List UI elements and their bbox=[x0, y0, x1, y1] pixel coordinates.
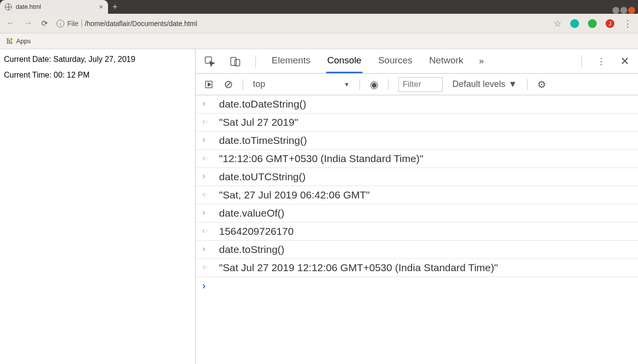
profile-avatar[interactable]: J bbox=[606, 19, 614, 28]
clear-console-icon[interactable]: ⊘ bbox=[224, 78, 233, 91]
apps-label[interactable]: Apps bbox=[16, 37, 31, 45]
console-output-row: ‹·"Sat Jul 27 2019" bbox=[195, 113, 638, 132]
console-input-code: date.toDateString() bbox=[219, 98, 306, 110]
extension-grammarly-icon[interactable] bbox=[570, 19, 579, 28]
devtools-tabbar: Elements Console Sources Network » ⋮ ✕ bbox=[195, 49, 638, 74]
console-output-row: ‹·"Sat, 27 Jul 2019 06:42:06 GMT" bbox=[195, 186, 638, 204]
back-icon[interactable]: ← bbox=[6, 18, 15, 28]
console-output-value: "Sat Jul 27 2019" bbox=[219, 116, 298, 128]
console-output-chevron-icon: ‹· bbox=[202, 116, 211, 127]
console-output-value: "12:12:06 GMT+0530 (India Standard Time)… bbox=[219, 153, 423, 165]
url-path: /home/dataflair/Documents/date.html bbox=[85, 20, 197, 28]
browser-toolbar: ← → ⟳ i File /home/dataflair/Documents/d… bbox=[0, 14, 638, 33]
console-input-chevron-icon: › bbox=[202, 171, 211, 182]
console-output-value: 1564209726170 bbox=[219, 225, 294, 237]
console-toolbar: ⊘ top ▼ ◉ Default levels ▼ ⚙ bbox=[195, 74, 638, 95]
tab-sources[interactable]: Sources bbox=[377, 49, 414, 73]
console-input-row: ›date.toUTCString() bbox=[195, 168, 638, 186]
svg-rect-1 bbox=[231, 57, 236, 65]
console-input-code: date.toString() bbox=[219, 244, 284, 255]
context-selector[interactable]: top ▼ bbox=[253, 79, 350, 89]
address-bar[interactable]: i File /home/dataflair/Documents/date.ht… bbox=[56, 20, 545, 28]
log-levels-selector[interactable]: Default levels ▼ bbox=[452, 79, 517, 89]
console-input-row: ›date.toTimeString() bbox=[195, 132, 638, 150]
bookmark-star-icon[interactable]: ☆ bbox=[554, 18, 561, 29]
more-tabs-icon[interactable]: » bbox=[479, 56, 484, 66]
page-line-date: Current Date: Saturday, July 27, 2019 bbox=[4, 55, 191, 64]
console-output-chevron-icon: ‹· bbox=[202, 153, 211, 164]
filter-input[interactable] bbox=[398, 77, 443, 92]
console-prompt-chevron-icon: › bbox=[202, 280, 206, 291]
console-input-row: ›date.toString() bbox=[195, 241, 638, 259]
chevron-down-icon: ▼ bbox=[344, 81, 350, 88]
browser-tab[interactable]: date.html × bbox=[0, 0, 108, 14]
console-output-chevron-icon: ‹· bbox=[202, 262, 211, 273]
console-output-chevron-icon: ‹· bbox=[202, 225, 211, 236]
console-input-chevron-icon: › bbox=[202, 244, 211, 254]
extension-dot-icon[interactable] bbox=[588, 19, 597, 28]
chevron-down-icon: ▼ bbox=[508, 79, 517, 89]
levels-label: Default levels bbox=[452, 79, 505, 89]
bookmark-bar: Apps bbox=[0, 33, 638, 49]
console-input-row: ›date.toDateString() bbox=[195, 95, 638, 113]
maximize-icon[interactable] bbox=[620, 7, 627, 14]
context-label: top bbox=[253, 79, 265, 89]
forward-icon[interactable]: → bbox=[24, 18, 32, 28]
globe-icon bbox=[5, 3, 12, 10]
console-input-code: date.toTimeString() bbox=[219, 135, 307, 146]
console-input-chevron-icon: › bbox=[202, 98, 211, 109]
svg-rect-2 bbox=[235, 59, 240, 66]
console-input-code: date.toUTCString() bbox=[219, 171, 305, 183]
console-output[interactable]: ›date.toDateString()‹·"Sat Jul 27 2019"›… bbox=[195, 95, 638, 364]
console-output-value: "Sat Jul 27 2019 12:12:06 GMT+0530 (Indi… bbox=[219, 262, 498, 274]
apps-grid-icon[interactable] bbox=[7, 38, 12, 44]
browser-menu-icon[interactable]: ⋮ bbox=[623, 18, 632, 29]
tab-elements[interactable]: Elements bbox=[271, 49, 311, 73]
devtools-close-icon[interactable]: ✕ bbox=[620, 55, 629, 68]
site-info-icon[interactable]: i bbox=[56, 20, 64, 28]
window-titlebar: date.html × + bbox=[0, 0, 638, 14]
tab-console[interactable]: Console bbox=[326, 49, 362, 73]
devtools-panel: Elements Console Sources Network » ⋮ ✕ ⊘… bbox=[195, 49, 638, 364]
console-output-row: ‹·"Sat Jul 27 2019 12:12:06 GMT+0530 (In… bbox=[195, 259, 638, 277]
window-controls bbox=[612, 4, 638, 14]
close-window-icon[interactable] bbox=[628, 7, 635, 14]
content-area: Current Date: Saturday, July 27, 2019 Cu… bbox=[0, 49, 638, 364]
tab-title: date.html bbox=[16, 3, 95, 10]
console-input-chevron-icon: › bbox=[202, 207, 211, 218]
close-tab-icon[interactable]: × bbox=[99, 3, 103, 11]
console-input-chevron-icon: › bbox=[202, 135, 211, 145]
rendered-page: Current Date: Saturday, July 27, 2019 Cu… bbox=[0, 49, 195, 364]
tab-network[interactable]: Network bbox=[428, 49, 465, 73]
new-tab-button[interactable]: + bbox=[108, 0, 122, 14]
console-prompt[interactable]: › bbox=[195, 277, 638, 294]
live-expressions-icon[interactable]: ◉ bbox=[370, 79, 378, 90]
console-output-row: ‹·"12:12:06 GMT+0530 (India Standard Tim… bbox=[195, 150, 638, 168]
console-output-chevron-icon: ‹· bbox=[202, 189, 211, 200]
device-toggle-icon[interactable] bbox=[230, 56, 241, 67]
url-scheme: File bbox=[67, 20, 82, 28]
inspect-element-icon[interactable] bbox=[204, 56, 215, 67]
console-input-code: date.valueOf() bbox=[219, 207, 284, 219]
console-input-row: ›date.valueOf() bbox=[195, 204, 638, 223]
page-line-time: Current Time: 00: 12 PM bbox=[4, 71, 191, 80]
devtools-menu-icon[interactable]: ⋮ bbox=[597, 56, 606, 67]
execution-step-icon[interactable] bbox=[204, 80, 214, 89]
minimize-icon[interactable] bbox=[612, 7, 619, 14]
reload-icon[interactable]: ⟳ bbox=[41, 19, 48, 28]
console-settings-icon[interactable]: ⚙ bbox=[537, 79, 546, 90]
console-output-row: ‹·1564209726170 bbox=[195, 223, 638, 241]
console-output-value: "Sat, 27 Jul 2019 06:42:06 GMT" bbox=[219, 189, 370, 201]
